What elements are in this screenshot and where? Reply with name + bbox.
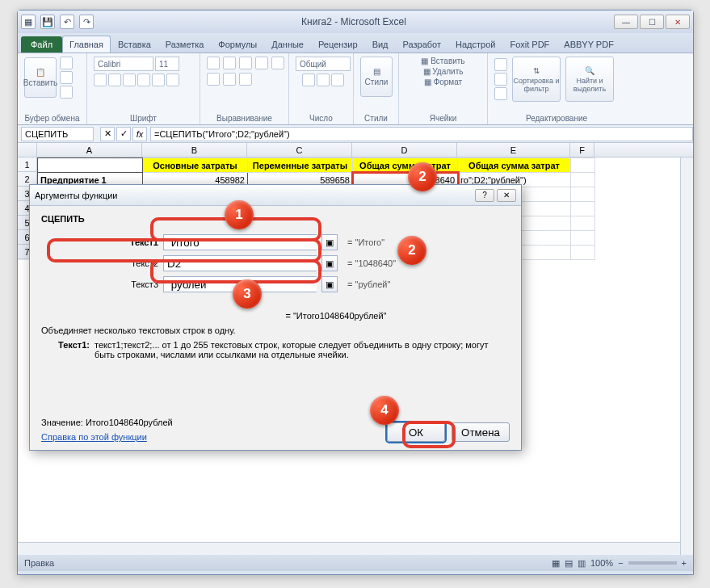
row-header-1[interactable]: 1: [18, 158, 37, 172]
tab-home[interactable]: Главная: [62, 36, 111, 52]
border-icon[interactable]: [137, 74, 150, 86]
excel-icon: ▦: [21, 15, 36, 29]
align-left-icon[interactable]: [271, 57, 284, 69]
horizontal-scrollbar[interactable]: [18, 542, 680, 555]
bold-icon[interactable]: [94, 74, 107, 86]
cancel-button[interactable]: Отмена: [452, 422, 510, 442]
delete-cells-button[interactable]: ▦ Удалить: [423, 67, 464, 76]
tab-data[interactable]: Данные: [264, 36, 311, 52]
range-selector-icon[interactable]: ▣: [321, 255, 338, 271]
cell-b1[interactable]: Основные затраты: [143, 158, 248, 173]
currency-icon[interactable]: [302, 74, 315, 86]
cell-f2[interactable]: [571, 173, 595, 187]
tab-foxit[interactable]: Foxit PDF: [502, 36, 557, 52]
tab-formulas[interactable]: Формулы: [211, 36, 264, 52]
insert-cells-button[interactable]: ▦ Вставить: [421, 57, 464, 65]
formula-input[interactable]: =СЦЕПИТЬ("Итого";D2;"рублей"): [150, 127, 693, 141]
zoom-out-button[interactable]: −: [618, 558, 623, 568]
callout-3: 3: [233, 279, 262, 309]
zoom-in-button[interactable]: +: [682, 558, 687, 568]
select-all-corner[interactable]: [18, 143, 37, 157]
tab-review[interactable]: Рецензир: [311, 36, 365, 52]
tab-insert[interactable]: Вставка: [111, 36, 158, 52]
font-size-combo[interactable]: 11: [155, 57, 179, 71]
align-bot-icon[interactable]: [239, 57, 252, 69]
align-mid-icon[interactable]: [223, 57, 236, 69]
col-header-b[interactable]: B: [142, 143, 247, 157]
percent-icon[interactable]: [317, 74, 330, 86]
view-break-icon[interactable]: ▥: [578, 558, 586, 569]
cut-icon[interactable]: [60, 57, 73, 69]
sort-filter-button[interactable]: ⇅ Сортировка и фильтр: [512, 57, 561, 102]
qat-redo-icon[interactable]: ↷: [79, 15, 94, 29]
column-headers: A B C D E F: [18, 143, 693, 158]
vertical-scrollbar[interactable]: [680, 158, 693, 555]
name-box[interactable]: СЦЕПИТЬ: [21, 127, 94, 141]
col-header-a[interactable]: A: [37, 143, 142, 157]
confirm-edit-icon[interactable]: ✓: [116, 127, 131, 141]
minimize-button[interactable]: —: [614, 15, 638, 29]
qat-save-icon[interactable]: 💾: [40, 15, 55, 29]
fx-icon[interactable]: fx: [132, 127, 147, 141]
maximize-button[interactable]: ☐: [640, 15, 664, 29]
find-select-button[interactable]: 🔍 Найти и выделить: [565, 57, 614, 102]
sum-icon[interactable]: [494, 58, 507, 71]
dialog-titlebar[interactable]: Аргументы функции ? ✕: [30, 185, 521, 206]
tab-addins[interactable]: Надстрой: [448, 36, 502, 52]
dialog-arg-help: Текст1: текст1;текст2;... от 1 до 255 те…: [41, 340, 510, 359]
cell-e1[interactable]: Общая сумма затрат: [458, 158, 571, 173]
align-top-icon[interactable]: [207, 57, 220, 69]
dialog-title: Аргументы функции: [35, 191, 118, 200]
align-right-icon[interactable]: [223, 73, 236, 86]
table-row: Основные затраты Переменные затраты Обща…: [38, 158, 595, 173]
tab-developer[interactable]: Разработ: [396, 36, 448, 52]
col-header-f[interactable]: F: [570, 143, 594, 157]
zoom-slider[interactable]: [628, 561, 677, 565]
col-header-c[interactable]: C: [247, 143, 352, 157]
cell-c1[interactable]: Переменные затраты: [248, 158, 353, 173]
clear-icon[interactable]: [494, 87, 507, 100]
italic-icon[interactable]: [108, 74, 121, 86]
qat-undo-icon[interactable]: ↶: [60, 15, 74, 29]
styles-button[interactable]: ▤ Стили: [360, 57, 393, 97]
comma-icon[interactable]: [331, 74, 344, 86]
callout-2-cell: 2: [408, 162, 437, 191]
align-center-icon[interactable]: [207, 73, 220, 86]
dialog-close-button[interactable]: ✕: [497, 189, 516, 202]
range-selector-icon[interactable]: ▣: [321, 234, 338, 250]
function-help-link[interactable]: Справка по этой функции: [41, 432, 173, 442]
search-icon: 🔍: [585, 66, 594, 75]
tab-abbyy[interactable]: ABBYY PDF: [557, 36, 621, 52]
zoom-level[interactable]: 100%: [590, 558, 613, 568]
underline-icon[interactable]: [123, 74, 136, 86]
number-format-combo[interactable]: Общий: [296, 57, 351, 71]
arg-eval-3: = "рублей": [347, 279, 390, 289]
paste-button[interactable]: 📋 Вставить: [24, 57, 57, 98]
close-button[interactable]: ✕: [666, 15, 690, 29]
range-selector-icon[interactable]: ▣: [321, 276, 338, 292]
wrap-text-icon[interactable]: [255, 57, 268, 69]
cell-a1[interactable]: [38, 158, 143, 173]
cancel-edit-icon[interactable]: ✕: [100, 127, 115, 141]
format-cells-button[interactable]: ▦ Формат: [424, 78, 462, 86]
view-layout-icon[interactable]: ▤: [565, 558, 573, 569]
copy-icon[interactable]: [60, 71, 73, 84]
font-color-icon[interactable]: [166, 74, 179, 86]
col-header-d[interactable]: D: [352, 143, 457, 157]
file-tab[interactable]: Файл: [21, 36, 62, 52]
font-name-combo[interactable]: Calibri: [94, 57, 153, 71]
dialog-help-button[interactable]: ?: [475, 189, 494, 202]
cell-f1[interactable]: [571, 158, 595, 173]
tab-page-layout[interactable]: Разметка: [158, 36, 212, 52]
merge-icon[interactable]: [239, 73, 252, 86]
annotation-ring-4: [402, 421, 456, 448]
cell-d1[interactable]: Общая сумма затрат: [353, 158, 458, 173]
view-normal-icon[interactable]: ▦: [552, 558, 560, 569]
format-painter-icon[interactable]: [60, 86, 73, 99]
annotation-ring-3: [150, 259, 321, 284]
group-cells: ▦ Вставить ▦ Удалить ▦ Формат Ячейки: [399, 53, 488, 124]
fill-icon[interactable]: [494, 73, 507, 86]
tab-view[interactable]: Вид: [365, 36, 396, 52]
col-header-e[interactable]: E: [457, 143, 570, 157]
fill-color-icon[interactable]: [152, 74, 165, 86]
